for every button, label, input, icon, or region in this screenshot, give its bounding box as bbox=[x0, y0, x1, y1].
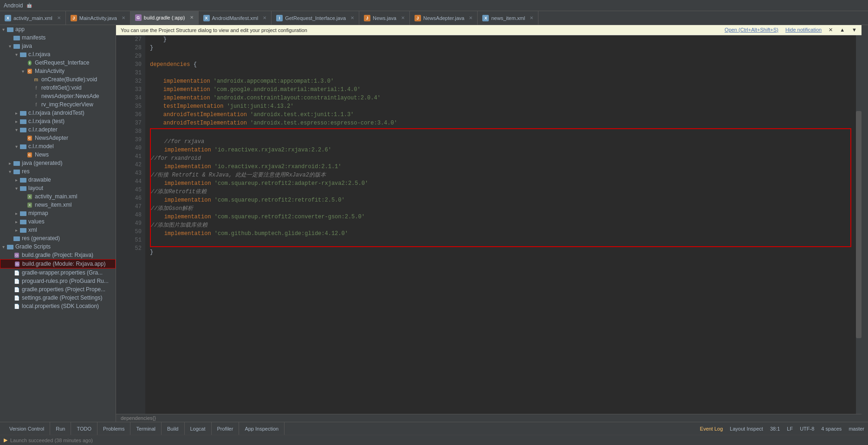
line-number-50: 50 bbox=[128, 228, 142, 236]
sidebar-item-13[interactable]: CNewsAdepter bbox=[0, 134, 116, 142]
sidebar-item-12[interactable]: ▾c.l.r.adepter bbox=[0, 125, 116, 134]
folder-icon bbox=[6, 26, 14, 33]
sidebar-label-9: rv_img:RecyclerView bbox=[41, 101, 93, 108]
code-line-44: implementation 'com.squareup.retrofit2:a… bbox=[151, 179, 850, 188]
tab-close-main_activity_java[interactable]: ✕ bbox=[122, 15, 125, 20]
notification-up[interactable]: ▲ bbox=[840, 27, 845, 33]
code-line-52: } bbox=[150, 248, 851, 256]
sidebar-item-2[interactable]: ▾java bbox=[0, 42, 116, 50]
open-project-structure-link[interactable]: Open (Ctrl+Alt+Shift+S) bbox=[725, 27, 778, 33]
file-icon: 📄 bbox=[13, 302, 20, 310]
svg-rect-17 bbox=[13, 161, 16, 163]
line-number-51: 51 bbox=[128, 236, 142, 244]
sidebar-item-0[interactable]: ▾app bbox=[0, 25, 116, 33]
folder-icon bbox=[13, 42, 20, 50]
status-tab-terminal[interactable]: Terminal bbox=[130, 422, 162, 435]
folder-icon bbox=[19, 226, 27, 234]
sidebar-item-6[interactable]: monCreate(Bundle):void bbox=[0, 75, 116, 84]
tab-build_gradle_app[interactable]: Gbuild.gradle (:app)✕ bbox=[130, 11, 199, 25]
status-tab-problems[interactable]: Problems bbox=[97, 422, 130, 435]
sidebar-item-19[interactable]: ▾layout bbox=[0, 184, 116, 192]
status-tab-logcat[interactable]: Logcat bbox=[185, 422, 212, 435]
line-number-40: 40 bbox=[128, 144, 142, 152]
sidebar-item-23[interactable]: ▸values bbox=[0, 217, 116, 226]
sidebar-item-33[interactable]: 📄local.properties (SDK Location) bbox=[0, 302, 116, 310]
sidebar-item-32[interactable]: 📄settings.gradle (Project Settings) bbox=[0, 294, 116, 302]
code-content[interactable]: }} dependencies { implementation 'androi… bbox=[145, 35, 856, 414]
tab-main_activity_java[interactable]: JMainActivity.java✕ bbox=[66, 11, 130, 25]
notification-close[interactable]: ✕ bbox=[829, 27, 833, 33]
code-line-37: androidTestImplementation 'androidx.test… bbox=[150, 119, 851, 127]
sidebar-item-5[interactable]: ▾CMainActivity bbox=[0, 67, 116, 75]
folder-icon bbox=[19, 109, 27, 117]
tab-android_manifest_xml[interactable]: XAndroidManifest.xml✕ bbox=[199, 11, 272, 25]
sidebar-item-22[interactable]: ▸mipmap bbox=[0, 209, 116, 217]
editor-scrollbar[interactable] bbox=[856, 35, 862, 414]
launch-message: Launch succeeded (38 minutes ago) bbox=[10, 438, 93, 443]
sidebar-item-26[interactable]: ▾Gradle Scripts bbox=[0, 242, 116, 251]
tab-close-news_item_xml[interactable]: ✕ bbox=[530, 15, 533, 20]
status-tab-run[interactable]: Run bbox=[50, 422, 71, 435]
status-tab-profiler[interactable]: Profiler bbox=[212, 422, 240, 435]
tab-close-android_manifest_xml[interactable]: ✕ bbox=[263, 15, 266, 20]
tab-close-activity_main_xml[interactable]: ✕ bbox=[57, 15, 61, 20]
code-line-46: implementation 'com.squareup.retrofit2:r… bbox=[151, 196, 850, 204]
sidebar-item-24[interactable]: ▸xml bbox=[0, 226, 116, 234]
tab-news_item_xml[interactable]: Xnews_item.xml✕ bbox=[478, 11, 538, 25]
line-number-41: 41 bbox=[128, 152, 142, 161]
sidebar-item-8[interactable]: fnewsAdepter:NewsAde bbox=[0, 92, 116, 100]
tab-get_request_interface[interactable]: IGetRequest_Interface.java✕ bbox=[272, 11, 359, 25]
hide-notification-link[interactable]: Hide notification bbox=[785, 27, 822, 33]
layout-inspect-link[interactable]: Layout Inspect bbox=[730, 426, 763, 432]
sidebar-item-1[interactable]: manifests bbox=[0, 33, 116, 42]
tab-bar: Xactivity_main.xml✕JMainActivity.java✕Gb… bbox=[0, 11, 868, 25]
line-number-48: 48 bbox=[128, 211, 142, 219]
sidebar-item-11[interactable]: ▸c.l.rxjava (test) bbox=[0, 117, 116, 125]
notification-down[interactable]: ▼ bbox=[852, 27, 857, 33]
code-line-39: //for rxjava bbox=[151, 137, 850, 146]
scrollbar-thumb[interactable] bbox=[856, 111, 862, 338]
sidebar-item-29[interactable]: 📄gradle-wrapper.properties (Gra... bbox=[0, 268, 116, 277]
event-log-link[interactable]: Event Log bbox=[700, 426, 723, 432]
line-number-35: 35 bbox=[128, 102, 142, 111]
code-line-32: implementation 'androidx.appcompat:appco… bbox=[150, 77, 851, 85]
tab-news_adapter_java[interactable]: JNewsAdepter.java✕ bbox=[410, 11, 478, 25]
sidebar-item-10[interactable]: ▸c.l.rxjava (androidTest) bbox=[0, 109, 116, 117]
tab-activity_main_xml[interactable]: Xactivity_main.xml✕ bbox=[0, 11, 66, 25]
line-number-30: 30 bbox=[128, 60, 142, 69]
code-line-35: testImplementation 'junit:junit:4.13.2' bbox=[150, 102, 851, 111]
field-icon: f bbox=[32, 101, 40, 108]
sidebar-item-15[interactable]: CNews bbox=[0, 151, 116, 159]
sidebar-item-4[interactable]: IGetRequest_Interface bbox=[0, 59, 116, 67]
sidebar-item-21[interactable]: Xnews_item.xml bbox=[0, 201, 116, 209]
folder-icon bbox=[19, 51, 27, 58]
tab-close-build_gradle_app[interactable]: ✕ bbox=[190, 15, 194, 20]
status-tab-todo[interactable]: TODO bbox=[71, 422, 97, 435]
notification-message: You can use the Project Structure dialog… bbox=[121, 27, 307, 33]
sidebar-item-14[interactable]: ▾c.l.r.model bbox=[0, 142, 116, 151]
sidebar-item-17[interactable]: ▾res bbox=[0, 167, 116, 176]
folder-icon bbox=[19, 143, 27, 150]
tab-news_java[interactable]: JNews.java✕ bbox=[359, 11, 410, 25]
editor-area: You can use the Project Structure dialog… bbox=[116, 25, 862, 422]
sidebar-item-20[interactable]: Xactivity_main.xml bbox=[0, 192, 116, 201]
sidebar-label-23: values bbox=[28, 218, 45, 225]
sidebar-item-9[interactable]: frv_img:RecyclerView bbox=[0, 100, 116, 109]
sidebar-item-18[interactable]: ▸drawable bbox=[0, 176, 116, 184]
sidebar-item-25[interactable]: res (generated) bbox=[0, 234, 116, 242]
sidebar-item-7[interactable]: fretrofitGet():void bbox=[0, 84, 116, 92]
tab-close-news_adapter_java[interactable]: ✕ bbox=[469, 15, 473, 20]
tab-close-get_request_interface[interactable]: ✕ bbox=[350, 15, 354, 20]
far-right-scrollbar[interactable] bbox=[862, 25, 868, 422]
sidebar-item-31[interactable]: 📄gradle.properties (Project Prope... bbox=[0, 285, 116, 294]
status-tab-app_inspection[interactable]: App Inspection bbox=[239, 422, 285, 435]
tab-close-news_java[interactable]: ✕ bbox=[401, 15, 405, 20]
sidebar-item-28[interactable]: Gbuild.gradle (Module: Rxjava.app) bbox=[0, 259, 116, 268]
sidebar-item-16[interactable]: ▸java (generated) bbox=[0, 159, 116, 167]
status-tab-build[interactable]: Build bbox=[162, 422, 184, 435]
tab-label-build_gradle_app: build.gradle (:app) bbox=[144, 15, 185, 20]
status-tab-version_control[interactable]: Version Control bbox=[4, 422, 50, 435]
sidebar-item-27[interactable]: Gbuild.gradle (Project: Rxjava) bbox=[0, 251, 116, 259]
sidebar-item-3[interactable]: ▾c.l.rxjava bbox=[0, 50, 116, 59]
sidebar-item-30[interactable]: 📄proguard-rules.pro (ProGuard Ru... bbox=[0, 277, 116, 285]
